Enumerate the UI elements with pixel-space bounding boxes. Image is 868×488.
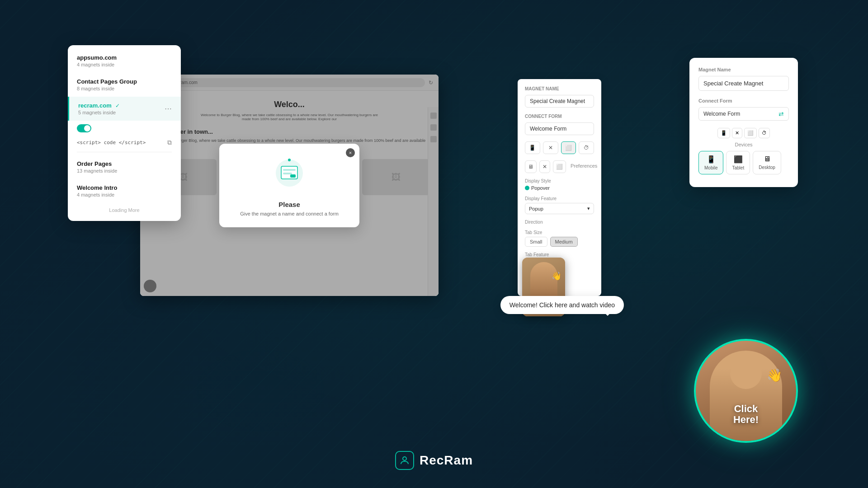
- magnet-title-order: Order Pages: [77, 160, 172, 167]
- desktop-device-tab[interactable]: 🖥 Desktop: [753, 151, 781, 174]
- close-icon-btn[interactable]: ✕: [543, 141, 558, 154]
- display-feature-select[interactable]: Popup ▾: [525, 203, 594, 214]
- circle-video-inner: 👋 ClickHere!: [696, 341, 796, 441]
- display-style-options: Popover: [525, 185, 594, 191]
- magnet-sub-recram: 5 magnets inside: [78, 110, 120, 115]
- tablet-device-label: Tablet: [732, 165, 744, 170]
- magnet-title-recram: recram.com: [78, 102, 112, 109]
- circle-person-shape: [710, 351, 782, 441]
- display-feature-label: Display Feature: [525, 196, 594, 201]
- browser-preview: recram.com ↻ Welco... Welcome to Burger …: [140, 75, 439, 296]
- tab-size-medium[interactable]: Medium: [550, 237, 578, 247]
- svg-rect-3: [283, 173, 292, 174]
- connect-form-label: Connect Form: [525, 114, 594, 119]
- card-device-icons: 📱 ✕ ⬜ ⏱: [698, 128, 789, 138]
- circle-wave-icon: 👋: [767, 368, 783, 383]
- card-connect-form-value: Welcome Form: [703, 111, 740, 117]
- magnet-sub-contact: 8 magnets inside: [77, 86, 172, 91]
- wave-icon: 👋: [552, 271, 561, 281]
- circle-video[interactable]: 👋 ClickHere!: [694, 339, 798, 443]
- magnet-toggle[interactable]: [77, 124, 91, 132]
- magnet-sub-welcome: 4 magnets inside: [77, 192, 172, 197]
- magnet-title-welcome: Welcome Intro: [77, 184, 172, 191]
- magnet-item-order[interactable]: Order Pages 13 magnets inside: [68, 155, 181, 179]
- mobile-device-icon: 📱: [707, 155, 716, 164]
- card-timer-icon[interactable]: ⏱: [759, 128, 770, 138]
- magnet-sub-order: 13 magnets inside: [77, 168, 172, 174]
- popup-svg: [271, 157, 307, 193]
- card-connect-form-row: Welcome Form ⇄: [698, 107, 789, 121]
- card-magnet-name-input[interactable]: [698, 76, 789, 91]
- card-tablet-icon[interactable]: ⬜: [744, 128, 757, 138]
- pref-icon-3[interactable]: ⬜: [553, 160, 566, 173]
- chevron-down-icon: ▾: [587, 206, 590, 211]
- edit-icon: ✓: [115, 103, 120, 109]
- popover-dot: [525, 186, 529, 190]
- magnet-item-welcome[interactable]: Welcome Intro 4 magnets inside: [68, 179, 181, 203]
- magnet-item-appsumo[interactable]: appsumo.com 4 magnets inside: [68, 49, 181, 73]
- divider-1: [77, 152, 172, 152]
- tab-size-small[interactable]: Small: [525, 237, 547, 247]
- close-icon: ×: [349, 150, 352, 155]
- tooltip-text: Welcome! Click here and watch video: [509, 301, 615, 309]
- popup-illustration: [271, 157, 307, 193]
- popup-close-button[interactable]: ×: [346, 148, 355, 157]
- svg-rect-4: [290, 174, 296, 178]
- card-close-icon[interactable]: ✕: [732, 128, 742, 138]
- magnet-name-label: Magnet Name: [525, 86, 594, 91]
- tab-size-label: Tab Size: [525, 230, 594, 235]
- magnet-item-recram[interactable]: recram.com ✓ 5 magnets inside ⋯: [68, 97, 181, 121]
- magnet-options-icon[interactable]: ⋯: [165, 104, 172, 113]
- card-mobile-icon[interactable]: 📱: [717, 128, 730, 138]
- card-connect-form-label: Connect Form: [698, 98, 789, 103]
- timer-icon-btn[interactable]: ⏱: [579, 141, 594, 154]
- display-style-row: Display Style Popover: [525, 178, 594, 191]
- display-style-label: Display Style: [525, 178, 594, 183]
- pref-icon-2[interactable]: ✕: [539, 160, 550, 173]
- magnet-title-contact: Contact Pages Group: [77, 78, 172, 85]
- brand-logo-svg: [399, 455, 410, 466]
- magnet-title-appsumo: appsumo.com: [77, 54, 172, 61]
- tab-size-row: Tab Size Small Medium: [525, 230, 594, 247]
- desktop-device-label: Desktop: [759, 165, 775, 170]
- loading-more: Loading More: [68, 203, 181, 217]
- devices-title: Devices: [698, 142, 789, 147]
- popup-overlay: × Please Give the magnet a nam: [140, 75, 439, 296]
- popover-option[interactable]: Popover: [525, 185, 550, 191]
- tablet-device-icon: ⬛: [734, 155, 743, 164]
- bottom-brand: RecRam: [395, 451, 473, 470]
- direction-label: Direction: [525, 220, 594, 225]
- code-text: <script> code </script>: [77, 140, 146, 145]
- popover-label: Popover: [531, 185, 550, 191]
- magnets-list-card: appsumo.com 4 magnets inside Contact Pag…: [68, 45, 181, 221]
- magnet-item-contact[interactable]: Contact Pages Group 8 magnets inside: [68, 73, 181, 97]
- mobile-device-tab[interactable]: 📱 Mobile: [698, 151, 723, 174]
- svg-rect-2: [283, 169, 296, 171]
- click-here-label: ClickHere!: [733, 404, 759, 425]
- device-tabs: 📱 Mobile ⬛ Tablet 🖥 Desktop: [698, 151, 789, 174]
- popup-description: Give the magnet a name and connect a for…: [230, 211, 349, 216]
- desktop-device-icon: 🖥: [764, 155, 771, 163]
- mobile-device-label: Mobile: [704, 165, 717, 170]
- preferences-label: Preferences: [569, 160, 599, 173]
- tab-feature-label: Tab Feature: [525, 252, 594, 257]
- svg-point-5: [288, 159, 291, 161]
- device-icons-row: 📱 ✕ ⬜ ⏱: [525, 141, 594, 154]
- tablet-device-tab[interactable]: ⬛ Tablet: [726, 151, 750, 174]
- tablet-icon-btn[interactable]: ⬜: [561, 141, 576, 154]
- magnet-name-input[interactable]: [525, 95, 594, 108]
- pref-icon-1[interactable]: 🖥: [525, 160, 537, 173]
- popup-modal: × Please Give the magnet a nam: [219, 144, 359, 227]
- preferences-icons: 🖥 ✕ ⬜ Preferences: [525, 160, 594, 173]
- code-row: <script> code </script> ⧉: [68, 136, 181, 149]
- direction-row: Direction: [525, 220, 594, 225]
- connect-arrow-icon[interactable]: ⇄: [778, 110, 784, 117]
- popup-title: Please: [230, 201, 349, 208]
- magnet-name-card: Magnet Name Connect Form Welcome Form ⇄ …: [689, 58, 798, 187]
- magnet-toggle-row: [68, 121, 181, 136]
- svg-point-6: [403, 457, 406, 460]
- magnet-sub-appsumo: 4 magnets inside: [77, 62, 172, 67]
- copy-icon[interactable]: ⧉: [167, 139, 172, 146]
- mobile-icon-btn[interactable]: 📱: [525, 141, 540, 154]
- connect-form-input[interactable]: [525, 122, 594, 135]
